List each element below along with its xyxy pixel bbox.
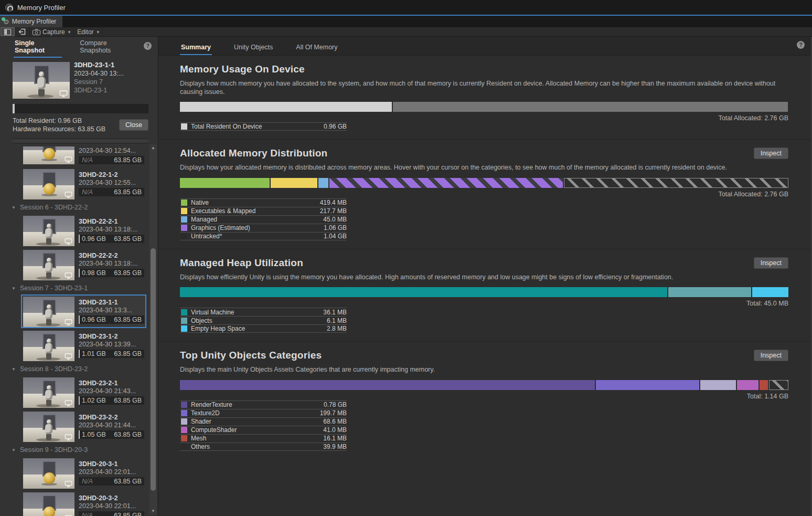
legend-value: 41.0 MB [323, 426, 347, 434]
bar-segment-virtual-machine[interactable] [180, 287, 667, 297]
bar-segment-computeshader[interactable] [737, 380, 758, 390]
legend-value: 0.96 GB [324, 123, 347, 130]
snapshot-name: 3DHD-22-1-2 [79, 171, 144, 178]
bar-segment-objects[interactable] [668, 287, 751, 297]
bar-segment-total-resident-on-device[interactable] [180, 102, 392, 112]
legend-label: Shader [191, 418, 323, 425]
sidebar-help-icon[interactable]: ? [144, 42, 152, 50]
tab-single-snapshot[interactable]: Single Snapshot [15, 35, 61, 58]
capture-dropdown-caret-icon[interactable]: ▾ [68, 29, 71, 35]
scroll-up-arrow-icon[interactable]: ▲ [149, 144, 157, 152]
legend-value: 1.04 GB [324, 233, 347, 240]
scroll-down-arrow-icon[interactable]: ▼ [149, 508, 157, 515]
resident-mini-bar [79, 315, 80, 324]
legend-value: 1.06 GB [324, 224, 347, 231]
toggle-sidebar-button[interactable] [1, 27, 15, 36]
snapshot-memory-chip: 1.01 GB63.85 GB [79, 350, 144, 358]
legend-row: Mesh16.1 MB [180, 434, 347, 443]
session-label: Session 6 - 3DHD-22-2 [20, 204, 88, 211]
tab-memory-profiler[interactable]: Memory Profiler [0, 16, 62, 27]
snapshot-memory-chip: N/A63.85 GB [79, 156, 144, 164]
legend-value: 6.1 MB [327, 317, 347, 324]
inspect-button[interactable]: Inspect [754, 148, 788, 159]
session-header[interactable]: ▼Session 6 - 3DHD-22-2 [6, 202, 146, 213]
inspect-button[interactable]: Inspect [754, 257, 788, 269]
summary-help-icon[interactable]: ? [797, 41, 805, 49]
close-snapshot-button[interactable]: Close [119, 119, 148, 131]
section-managed-heap-utilization: Managed Heap UtilizationInspectDisplays … [158, 249, 811, 342]
bar-segment-mesh[interactable] [760, 380, 768, 390]
snapshot-memory-chip: N/A63.85 GB [79, 477, 144, 486]
main-tab-bar: Summary Unity Objects All Of Memory ? [158, 37, 811, 56]
legend-swatch [181, 444, 187, 450]
tab-summary[interactable]: Summary [180, 39, 212, 55]
open-snapshot-card: 3DHD-23-1-1 2023-04-30 13:... Session 7 … [0, 56, 158, 143]
tab-all-of-memory[interactable]: All Of Memory [295, 39, 338, 55]
snapshot-date: 2023-04-30 13:18:... [79, 226, 144, 233]
section-title: Managed Heap Utilization [180, 257, 303, 269]
bar-segment-graphics-estimated[interactable] [329, 178, 563, 188]
snapshot-list-item[interactable]: 3DHD-22-1-22023-04-30 12:55...N/A63.85 G… [21, 167, 146, 201]
resident-mini-bar [79, 430, 80, 439]
session-header[interactable]: ▼Session 8 - 3DHD-23-2 [6, 364, 146, 374]
legend-label: Executables & Mapped [191, 207, 320, 215]
session-label: Session 9 - 3DHD-20-3 [20, 446, 88, 454]
hardware-value: 63.85 GB [114, 512, 142, 516]
section-memory-usage-on-device: Memory Usage On DeviceDisplays how much … [158, 56, 811, 140]
sidebar-splitter[interactable] [13, 139, 148, 143]
snapshot-list-item[interactable]: 3DHD-23-1-12023-04-30 13:3...0.96 GB63.8… [21, 294, 146, 328]
snapshot-list-item[interactable]: 3DHD-22-2-12023-04-30 13:18:...0.96 GB63… [21, 214, 146, 247]
memory-breakdown-bar [180, 178, 788, 188]
legend-swatch [181, 402, 187, 408]
snapshot-list-item[interactable]: 3DHD-23-2-22023-04-30 21:44...1.05 GB63.… [21, 409, 146, 443]
snapshot-memory-chip: 0.98 GB63.85 GB [79, 269, 144, 277]
bar-segment-others[interactable] [769, 380, 788, 390]
snapshot-date: 2023-04-30 22:01... [79, 502, 144, 510]
snapshot-thumbnail [23, 458, 74, 489]
snapshot-list-item[interactable]: 3DHD-23-1-22023-04-30 13:39...1.01 GB63.… [21, 329, 146, 362]
snapshot-thumbnail [23, 145, 74, 164]
bar-segment-empty-heap-space[interactable] [752, 287, 789, 297]
hardware-value: 63.85 GB [114, 269, 142, 277]
bar-segment-rendertexture[interactable] [180, 380, 595, 390]
bar-segment-executables-mapped[interactable] [271, 178, 317, 188]
bar-segment-shader[interactable] [700, 380, 736, 390]
open-snapshot-name: 3DHD-23-1-1 [74, 61, 124, 69]
bar-segment-native[interactable] [180, 178, 270, 188]
snapshot-list-item[interactable]: 3DHD-22-1-12023-04-30 12:54...N/A63.85 G… [21, 145, 146, 166]
legend-swatch [181, 427, 187, 433]
resident-mini-bar [79, 269, 80, 277]
bar-segment-texture2d[interactable] [596, 380, 700, 390]
resident-value: N/A [82, 512, 114, 516]
scrollbar-thumb[interactable] [151, 248, 156, 491]
bar-segment-allocated-remainder[interactable] [393, 102, 788, 112]
snapshot-list-item[interactable]: 3DHD-20-3-12023-04-30 22:01...N/A63.85 G… [21, 456, 146, 490]
snapshot-list-item[interactable]: 3DHD-22-2-22023-04-30 13:18:...0.98 GB63… [21, 248, 146, 281]
bar-segment-untracked[interactable] [564, 178, 788, 188]
hardware-value: 63.85 GB [114, 431, 142, 438]
panel-layout-icon [4, 29, 11, 35]
tab-compare-snapshots[interactable]: Compare Snapshots [80, 35, 134, 58]
section-title: Allocated Memory Distribution [180, 148, 327, 159]
session-header[interactable]: ▼Session 9 - 3DHD-20-3 [6, 445, 146, 455]
snapshots-sidebar: Single Snapshot Compare Snapshots ? 3DHD… [0, 37, 158, 516]
tab-unity-objects[interactable]: Unity Objects [233, 39, 274, 55]
resident-mini-bar [79, 235, 80, 243]
memory-breakdown-bar [180, 380, 788, 390]
legend-label: Texture2D [191, 409, 320, 417]
snapshot-name: 3DHD-22-2-2 [79, 252, 144, 259]
session-header[interactable]: ▼Session 7 - 3DHD-23-1 [6, 283, 146, 293]
collapse-triangle-icon: ▼ [12, 448, 16, 452]
total-resident-text: Total Resident: 0.96 GB [13, 117, 119, 125]
legend-value: 217.7 MB [320, 207, 347, 215]
bar-segment-managed[interactable] [318, 178, 328, 188]
editor-platform-icon [65, 272, 72, 279]
snapshot-list-scrollbar[interactable]: ▲ ▼ [149, 144, 157, 515]
snapshot-list-item[interactable]: 3DHD-20-3-22023-04-30 22:01...N/A63.85 G… [21, 490, 146, 516]
hardware-value: 63.85 GB [114, 397, 142, 404]
snapshot-list-item[interactable]: 3DHD-23-2-12023-04-30 21:43...1.02 GB63.… [21, 375, 146, 409]
snapshot-thumbnail [23, 492, 74, 516]
inspect-button[interactable]: Inspect [754, 350, 788, 361]
legend-swatch [181, 225, 187, 231]
sidebar-tab-bar: Single Snapshot Compare Snapshots ? [0, 37, 158, 56]
